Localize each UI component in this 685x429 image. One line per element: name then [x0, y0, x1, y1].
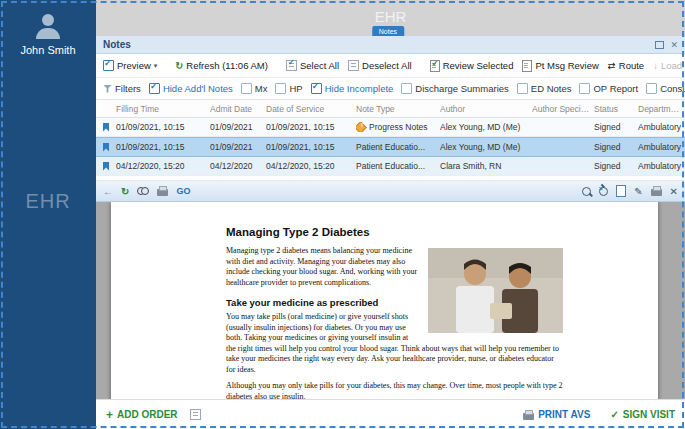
ed-notes-label: ED Notes	[531, 83, 572, 94]
date-of-service-cell: 01/09/2021, 10:15	[266, 142, 356, 152]
consult-checkbox[interactable]	[646, 83, 657, 94]
close-panel-icon[interactable]: ✕	[670, 40, 678, 50]
hide-addl-notes-checkbox[interactable]	[149, 83, 160, 94]
print-icon	[523, 413, 534, 420]
ed-notes-checkbox[interactable]	[517, 83, 528, 94]
notes-toolbar: Preview ▾ ↻ Refresh (11:06 AM) Select Al…	[96, 54, 685, 78]
add-order-button[interactable]: + ADD ORDER	[106, 408, 178, 422]
filter-op-report[interactable]: OP Report	[579, 83, 638, 94]
document-paragraph: Although you may only take pills for you…	[226, 381, 563, 399]
note-flag-icon	[96, 143, 116, 152]
discharge-summaries-checkbox[interactable]	[401, 83, 412, 94]
department-cell: Ambulatory	[638, 122, 685, 132]
column-status[interactable]: Status	[594, 104, 638, 114]
filter-mx[interactable]: Mx	[241, 83, 268, 94]
viewer-right-icons: ✎ ✕	[582, 185, 678, 197]
filters-button[interactable]: Filters	[103, 83, 141, 94]
viewer-print-icon[interactable]	[157, 189, 168, 196]
preview-checkbox[interactable]	[103, 60, 114, 71]
note-type-label: Progress Notes	[369, 122, 428, 132]
add-order-label: ADD ORDER	[117, 409, 178, 420]
filter-hide-incomplete[interactable]: Hide Incomplete	[311, 83, 394, 94]
column-author-specialty[interactable]: Author Specialty	[532, 104, 594, 114]
column-author[interactable]: Author	[440, 104, 532, 114]
column-admit-date[interactable]: Admit Date	[210, 104, 266, 114]
column-department[interactable]: Department	[638, 104, 685, 114]
date-of-service-cell: 01/09/2021, 10:15	[266, 122, 356, 132]
patient-avatar	[34, 14, 62, 39]
notes-filterbar: Filters Hide Add'l Notes Mx HP Hide Inco…	[96, 78, 685, 100]
hp-checkbox[interactable]	[275, 83, 286, 94]
status-cell: Signed	[594, 122, 638, 132]
zoom-in-icon[interactable]	[599, 187, 608, 196]
department-cell: Ambulatory	[638, 161, 685, 171]
preview-toggle[interactable]: Preview ▾	[103, 60, 157, 71]
column-date-of-service[interactable]: Date of Service	[266, 104, 356, 114]
sign-visit-label: SIGN VISIT	[623, 409, 675, 420]
pt-msg-review-button[interactable]: Pt Msg Review	[522, 60, 598, 72]
hide-incomplete-checkbox[interactable]	[311, 83, 322, 94]
document-content: Managing Type 2 Diabetes	[226, 226, 563, 399]
viewer-print-icon[interactable]	[651, 189, 662, 196]
filter-hp[interactable]: HP	[275, 83, 302, 94]
select-all-button[interactable]: Select All	[286, 60, 339, 71]
route-button[interactable]: ⇄ Route	[608, 60, 644, 71]
refresh-button[interactable]: ↻ Refresh (11:06 AM)	[175, 60, 268, 71]
avatar-head-icon	[42, 14, 54, 26]
mx-checkbox[interactable]	[241, 83, 252, 94]
deselect-all-button[interactable]: Deselect All	[348, 60, 412, 71]
notes-panel-title: Notes	[103, 39, 131, 50]
filters-label: Filters	[115, 83, 141, 94]
annotate-pen-icon[interactable]: ✎	[634, 186, 642, 197]
filter-ed-notes[interactable]: ED Notes	[517, 83, 572, 94]
chevron-down-icon[interactable]: ▾	[154, 62, 158, 70]
filling-time-cell: 04/12/2020, 15:20	[116, 161, 210, 171]
go-button[interactable]: GO	[176, 186, 190, 196]
hide-incomplete-label: Hide Incomplete	[325, 83, 394, 94]
find-binoculars-icon[interactable]	[137, 187, 149, 195]
viewer-close-icon[interactable]: ✕	[670, 186, 678, 197]
filling-time-cell: 01/09/2021, 10:15	[116, 142, 210, 152]
refresh-label: Refresh (11:06 AM)	[186, 60, 268, 71]
filter-hide-addl-notes[interactable]: Hide Add'l Notes	[149, 83, 233, 94]
ehr-window: John Smith EHR EHR Notes Notes ✕ Preview…	[0, 0, 685, 429]
note-type-cell: Patient Educatio...	[356, 142, 440, 152]
select-all-label: Select All	[300, 60, 339, 71]
table-row[interactable]: 01/09/2021, 10:15 01/09/2021 01/09/2021,…	[96, 118, 685, 137]
review-selected-button[interactable]: Review Selected	[430, 60, 514, 72]
load-remaining-button[interactable]: ↓ Load Remaining	[653, 60, 685, 71]
zoom-icon[interactable]	[582, 187, 591, 196]
page-fit-icon[interactable]	[616, 185, 626, 197]
viewer-refresh-icon[interactable]: ↻	[121, 186, 129, 197]
filter-discharge-summaries[interactable]: Discharge Summaries	[401, 83, 508, 94]
hp-label: HP	[289, 83, 302, 94]
sign-visit-button[interactable]: ✓ SIGN VISIT	[610, 409, 675, 420]
preview-label: Preview	[117, 60, 151, 71]
document-viewer[interactable]: Managing Type 2 Diabetes	[96, 202, 685, 399]
print-avs-button[interactable]: PRINT AVS	[523, 409, 590, 420]
filling-time-cell: 01/09/2021, 10:15	[116, 122, 210, 132]
document-page: Managing Type 2 Diabetes	[111, 202, 658, 399]
review-selected-label: Review Selected	[443, 60, 514, 71]
route-label: Route	[619, 60, 644, 71]
column-filling-time[interactable]: Filling Time	[116, 104, 210, 114]
author-cell: Alex Young, MD (Me)	[440, 142, 532, 152]
admit-date-cell: 04/12/2020	[210, 161, 266, 171]
popout-icon[interactable]	[655, 41, 664, 49]
hide-addl-notes-label: Hide Add'l Notes	[163, 83, 233, 94]
note-type-cell: Progress Notes	[356, 122, 440, 132]
top-header: EHR Notes	[96, 0, 685, 36]
status-cell: Signed	[594, 142, 638, 152]
mx-label: Mx	[255, 83, 268, 94]
column-note-type[interactable]: Note Type	[356, 104, 440, 114]
back-arrow-icon[interactable]: ←	[103, 186, 113, 197]
filter-consult[interactable]: Consult	[646, 83, 685, 94]
table-row[interactable]: 04/12/2020, 15:20 04/12/2020 04/12/2020,…	[96, 157, 685, 176]
table-row-selected[interactable]: 01/09/2021, 10:15 01/09/2021 01/09/2021,…	[96, 137, 685, 157]
sidebar-brand: EHR	[0, 190, 96, 213]
deselect-all-icon	[348, 60, 359, 71]
op-report-checkbox[interactable]	[579, 83, 590, 94]
tab-notes[interactable]: Notes	[372, 26, 404, 36]
check-icon: ✓	[610, 409, 618, 420]
orders-list-icon[interactable]	[190, 409, 201, 420]
